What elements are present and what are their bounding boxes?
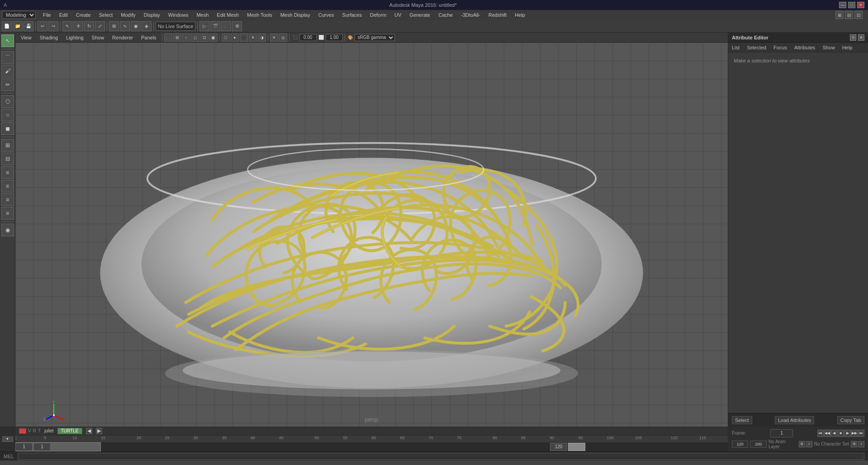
frame-end2-box[interactable]	[568, 443, 585, 451]
render-settings-btn[interactable]: ⚙	[232, 21, 242, 31]
attr-tab-help[interactable]: Help	[840, 44, 854, 51]
select-mode-btn[interactable]: ↖	[1, 34, 14, 47]
goto-end-btn[interactable]: ⏭	[858, 430, 864, 437]
layer-color-btn[interactable]	[19, 428, 26, 434]
view-menu[interactable]: View	[17, 34, 35, 41]
char-set-add-btn[interactable]: +	[858, 441, 864, 447]
paint-btn[interactable]: 🖌	[1, 65, 14, 77]
top-right-btn2[interactable]: ⊟	[845, 11, 853, 19]
play-fwd-btn[interactable]: ▶▶	[851, 430, 858, 437]
new-file-btn[interactable]: 📄	[2, 21, 12, 31]
lasso-btn[interactable]: ⌒	[1, 51, 14, 64]
menu-create[interactable]: Create	[72, 11, 95, 19]
ipr-btn[interactable]: 🎥	[221, 21, 231, 31]
play-back-btn[interactable]: ◀◀	[824, 430, 830, 437]
snap-grid-btn[interactable]: ⊞	[109, 21, 119, 31]
vp-icon3[interactable]: ○	[182, 34, 190, 42]
vp-shadow-btn[interactable]: ◑	[258, 34, 266, 42]
menu-curves[interactable]: Curves	[315, 11, 338, 19]
menu-surfaces[interactable]: Surfaces	[339, 11, 365, 19]
scale-tool-btn[interactable]: ⤢	[95, 21, 105, 31]
minimize-button[interactable]: —	[839, 2, 846, 8]
attr-tab-list[interactable]: List	[730, 44, 741, 51]
render-btn[interactable]: 🎬	[210, 21, 220, 31]
vp-icon1[interactable]: 🎥	[164, 34, 172, 42]
display-btn4[interactable]: ≡	[1, 180, 14, 192]
vp-icon4[interactable]: ◻	[191, 34, 199, 42]
attr-load-btn[interactable]: Load Attributes	[775, 416, 814, 424]
render-region-btn[interactable]: ▷	[199, 21, 209, 31]
step-fwd-btn[interactable]: ▶	[844, 430, 851, 437]
menu-mesh[interactable]: Mesh	[193, 11, 212, 19]
attr-tab-show[interactable]: Show	[821, 44, 837, 51]
timeline-track[interactable]: 1 1 120	[15, 442, 728, 451]
vp-icon5[interactable]: ⊡	[200, 34, 209, 42]
top-right-btn1[interactable]: ⊞	[835, 11, 844, 19]
vp-smooth-btn[interactable]: ●	[231, 34, 239, 42]
redo-btn[interactable]: ↪	[48, 21, 58, 31]
attr-tab-attributes[interactable]: Attributes	[792, 44, 817, 51]
mel-input[interactable]	[18, 453, 864, 460]
anim-layer-settings-btn[interactable]: ⚙	[799, 441, 805, 447]
lighting-menu[interactable]: Lighting	[62, 34, 87, 41]
vp-icon6[interactable]: ▣	[209, 34, 218, 42]
menu-select[interactable]: Select	[95, 11, 117, 19]
menu-3dtoall[interactable]: -3DtoAll-	[457, 11, 484, 19]
range-end-input[interactable]: 200	[750, 441, 766, 448]
viewport[interactable]: persp Y X Z	[15, 43, 728, 427]
menu-deform[interactable]: Deform	[366, 11, 390, 19]
poly-btn[interactable]: ⬡	[1, 95, 14, 108]
frame-counter-input[interactable]: 1	[770, 429, 793, 437]
vp-light-btn[interactable]: ☀	[249, 34, 257, 42]
menu-file[interactable]: File	[39, 11, 55, 19]
display-btn6[interactable]: ≡	[1, 207, 14, 220]
anim-layer-add-btn[interactable]: +	[806, 441, 812, 447]
close-button[interactable]: ✕	[857, 2, 864, 8]
renderer-menu[interactable]: Renderer	[109, 34, 137, 41]
turtle-btn[interactable]: TURTLE	[57, 428, 82, 434]
menu-mesh-tools[interactable]: Mesh Tools	[243, 11, 275, 19]
range-start-input[interactable]: 120	[732, 441, 748, 448]
vp-wireframe-btn[interactable]: ⬡	[222, 34, 230, 42]
attr-float-btn[interactable]: ⎘	[850, 34, 856, 41]
mode-selector[interactable]: Modeling	[2, 11, 36, 19]
attr-copy-btn[interactable]: Copy Tab	[837, 416, 864, 424]
artisan-btn[interactable]: ✏	[1, 78, 14, 91]
undo-btn[interactable]: ↩	[38, 21, 47, 31]
menu-cache[interactable]: Cache	[435, 11, 456, 19]
subdiv-btn[interactable]: ◼	[1, 122, 14, 135]
display-btn3[interactable]: ≡	[1, 166, 14, 179]
display-btn2[interactable]: ⊟	[1, 153, 14, 165]
menu-help[interactable]: Help	[511, 11, 529, 19]
frame-end-box[interactable]: 1	[33, 443, 51, 451]
frame-start-box[interactable]: 1	[15, 443, 33, 451]
menu-display[interactable]: Display	[140, 11, 164, 19]
shading-menu[interactable]: Shading	[36, 34, 62, 41]
menu-edit[interactable]: Edit	[56, 11, 71, 19]
menu-modify[interactable]: Modify	[117, 11, 139, 19]
save-btn[interactable]: 💾	[24, 21, 33, 31]
vp-value1-input[interactable]	[299, 34, 317, 41]
display-btn1[interactable]: ⊞	[1, 139, 14, 152]
vp-icon2[interactable]: ⊞	[173, 34, 181, 42]
attr-tab-selected[interactable]: Selected	[745, 44, 768, 51]
vp-value2-input[interactable]	[326, 34, 343, 41]
attr-tab-focus[interactable]: Focus	[772, 44, 789, 51]
show-menu[interactable]: Show	[88, 34, 108, 41]
menu-generate[interactable]: Generate	[406, 11, 434, 19]
maximize-button[interactable]: □	[848, 2, 855, 8]
menu-uv[interactable]: UV	[391, 11, 405, 19]
color-space-select[interactable]: sRGB gamma	[355, 34, 395, 41]
frame-120-box[interactable]: 120	[550, 443, 567, 451]
menu-windows[interactable]: Windows	[165, 11, 192, 19]
panels-menu[interactable]: Panels	[138, 34, 160, 41]
goto-start-btn[interactable]: ⏮	[817, 430, 824, 437]
char-set-icon-btn[interactable]: ⚙	[851, 441, 857, 447]
stop-btn[interactable]: ■	[838, 430, 844, 437]
vp-xray-btn[interactable]: ✕	[270, 34, 278, 42]
menu-redshift[interactable]: Redshift	[485, 11, 510, 19]
attr-close-btn[interactable]: ✕	[858, 34, 864, 41]
vp-isolate-btn[interactable]: ◎	[279, 34, 287, 42]
layer-prev-btn[interactable]: ◀	[86, 428, 92, 434]
layer-name-juliet[interactable]: juliet	[44, 428, 54, 433]
